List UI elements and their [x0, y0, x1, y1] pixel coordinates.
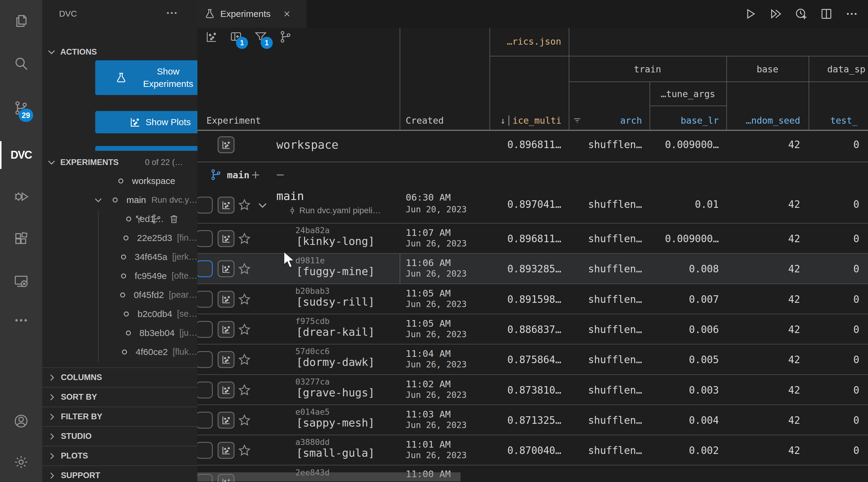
section-filter-by[interactable]: FILTER BY [42, 406, 197, 426]
trash-icon[interactable] [168, 214, 179, 224]
col-group-train[interactable]: train [569, 64, 726, 75]
tab-experiments[interactable]: Experiments [197, 0, 307, 28]
chevron-down-icon[interactable] [93, 195, 103, 205]
row-experiment-e014ae5[interactable]: e014ae5 [sappy-mesh] 11:03 AM Jun 26, 20… [197, 404, 868, 435]
row-branch-main[interactable]: main [197, 162, 868, 188]
tree-item-workspace[interactable]: workspace [42, 171, 197, 190]
row-experiment-24ba82a[interactable]: 24ba82a [kinky-long] 11:07 AM Jun 26, 20… [197, 223, 868, 254]
run-icon[interactable] [743, 6, 758, 22]
show-plots-icon[interactable] [204, 29, 219, 45]
run-debug-icon[interactable] [0, 185, 42, 209]
col-header-experiment[interactable]: Experiment [207, 115, 261, 126]
plot-toggle-button[interactable] [218, 381, 235, 398]
star-icon[interactable] [238, 262, 251, 276]
branches-icon[interactable] [278, 29, 293, 45]
apply-icon[interactable] [133, 214, 144, 224]
col-header-test[interactable]: test_ [830, 115, 868, 126]
branch-icon[interactable] [151, 214, 162, 224]
horizontal-scrollbar[interactable] [197, 472, 461, 481]
star-icon[interactable] [238, 352, 251, 367]
remote-explorer-icon[interactable] [0, 269, 42, 293]
star-icon[interactable] [238, 383, 251, 397]
row-checkbox[interactable] [197, 260, 213, 277]
star-icon[interactable] [238, 232, 251, 246]
plot-toggle-button[interactable] [218, 197, 235, 214]
row-checkbox[interactable] [197, 412, 213, 429]
third-action-button-clipped[interactable] [95, 146, 197, 151]
plot-toggle-button[interactable] [218, 260, 235, 277]
tree-item-0f45fd2[interactable]: 0f45fd2[pear… [42, 285, 197, 304]
row-experiment-b20bab3[interactable]: b20bab3 [sudsy-rill] 11:05 AM Jun 26, 20… [197, 284, 868, 314]
tree-item-b2c0db4[interactable]: b2c0db4[se… [42, 304, 197, 323]
close-icon[interactable] [281, 8, 293, 20]
col-header-random-seed[interactable]: …ndom_seed [726, 115, 800, 126]
section-support[interactable]: SUPPORT [42, 465, 197, 482]
col-group-tune-args[interactable]: …tune_args [650, 89, 726, 99]
row-experiment-57d0cc6[interactable]: 57d0cc6 [dormy-dawk] 11:04 AM Jun 26, 20… [197, 344, 868, 375]
filter-icon[interactable]: 1 [253, 29, 269, 45]
plot-toggle-button[interactable] [218, 351, 235, 368]
chevron-down-icon[interactable] [256, 199, 269, 211]
section-studio[interactable]: STUDIO [42, 426, 197, 446]
split-editor-icon[interactable] [818, 6, 834, 22]
tree-item-8b3eb04[interactable]: 8b3eb04[ju… [42, 323, 197, 342]
section-columns[interactable]: COLUMNS [42, 367, 197, 387]
row-experiment-f975cdb[interactable]: f975cdb [drear-kail] 11:05 AM Jun 26, 20… [197, 314, 868, 344]
row-checkbox[interactable] [197, 230, 213, 247]
col-group-data-split[interactable]: data_sp [809, 64, 868, 75]
more-actions-icon[interactable] [844, 6, 860, 22]
run-all-icon[interactable] [768, 6, 784, 22]
extensions-icon[interactable] [0, 227, 42, 251]
row-checkbox[interactable] [197, 321, 213, 338]
row-main-commit[interactable]: main Run dvc.yaml pipeli… 06:30 AM Jun 2… [197, 187, 868, 223]
col-group-metrics-file[interactable]: …rics.json [490, 36, 561, 47]
section-plots[interactable]: PLOTS [42, 446, 197, 465]
experiments-section-header[interactable]: EXPERIMENTS 0 of 22 (… [42, 152, 197, 172]
star-icon[interactable] [238, 444, 251, 457]
show-experiments-button[interactable]: Show Experiments [95, 60, 197, 95]
search-icon[interactable] [0, 51, 42, 76]
tree-item-34f645a[interactable]: 34f645a[jerk… [42, 247, 197, 266]
show-plots-button[interactable]: Show Plots [95, 111, 197, 133]
star-icon[interactable] [238, 198, 251, 212]
dvc-view-icon[interactable]: DVC [0, 143, 42, 167]
col-header-created[interactable]: Created [406, 115, 444, 126]
tree-item-ed1[interactable]: ed1… [42, 209, 197, 228]
plot-toggle-button[interactable] [218, 321, 235, 338]
row-checkbox[interactable] [197, 381, 213, 398]
plot-toggle-button[interactable] [218, 136, 235, 153]
col-header-base-lr[interactable]: base_lr [650, 115, 719, 126]
plot-toggle-button[interactable] [218, 291, 235, 308]
explorer-icon[interactable] [0, 9, 42, 33]
row-checkbox[interactable] [197, 351, 213, 368]
tree-item-main[interactable]: mainRun dvc.y… [42, 190, 197, 209]
sidebar-more-actions-icon[interactable] [163, 5, 181, 21]
add-to-queue-icon[interactable] [793, 6, 809, 22]
more-views-icon[interactable] [0, 308, 42, 332]
star-icon[interactable] [238, 292, 251, 306]
row-checkbox[interactable] [197, 442, 213, 459]
col-header-arch[interactable]: arch [572, 115, 642, 126]
section-sort-by[interactable]: SORT BY [42, 387, 197, 406]
columns-icon[interactable]: 1 [228, 29, 244, 45]
row-checkbox[interactable] [197, 291, 213, 308]
tree-item-fc9549e[interactable]: fc9549e[ofte… [42, 266, 197, 285]
plot-toggle-button[interactable] [218, 230, 235, 247]
plot-toggle-button[interactable] [218, 412, 235, 429]
col-group-base[interactable]: base [726, 64, 809, 75]
settings-gear-icon[interactable] [0, 450, 42, 474]
add-experiment-icon[interactable] [250, 169, 261, 181]
tree-item-4f60ce2[interactable]: 4f60ce2[fluk… [42, 342, 197, 361]
row-checkbox[interactable] [197, 197, 213, 214]
tree-item-22e25d3[interactable]: 22e25d3[fin… [42, 228, 197, 247]
plot-toggle-button[interactable] [218, 442, 235, 459]
row-workspace[interactable]: workspace0.896811… shufflen… 0.009000… 4… [197, 130, 868, 162]
actions-section-header[interactable]: ACTIONS [42, 42, 197, 61]
col-header-sorted-metric[interactable]: ↓ ice_multi [492, 115, 561, 126]
star-icon[interactable] [238, 322, 251, 336]
row-experiment-03277ca[interactable]: 03277ca [grave-hugs] 11:02 AM Jun 26, 20… [197, 374, 868, 405]
remove-experiment-icon[interactable] [274, 169, 286, 181]
star-icon[interactable] [238, 413, 251, 427]
row-experiment-a3880dd[interactable]: a3880dd [small-gula] 11:01 AM Jun 26, 20… [197, 435, 868, 465]
account-icon[interactable] [0, 409, 42, 433]
